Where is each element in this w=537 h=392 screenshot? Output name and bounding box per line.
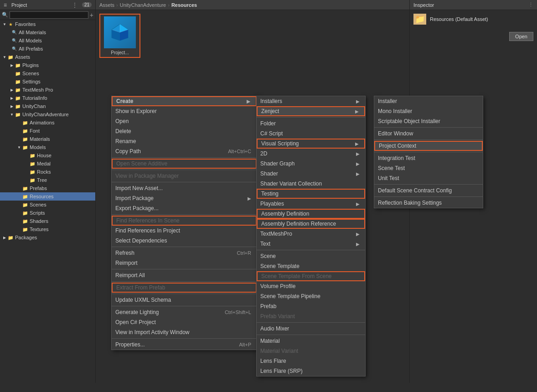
menu-item-csharp-script[interactable]: C# Script	[257, 129, 365, 139]
menu-item-material[interactable]: Material	[257, 336, 365, 346]
menu-item-delete[interactable]: Delete	[112, 126, 257, 136]
sidebar-item-all-prefabs[interactable]: 🔍 All Prefabs	[0, 45, 95, 53]
sidebar-item-unitychanadventure[interactable]: ▼ 📁 UnityChanAdventure	[0, 110, 95, 119]
menu-label-zenject: Zenject	[261, 108, 279, 114]
menu-item-reimport-all[interactable]: Reimport All	[112, 270, 257, 280]
asset-project[interactable]: Project...	[99, 14, 140, 58]
menu-item-find-refs-project[interactable]: Find References In Project	[112, 226, 257, 236]
sidebar-item-assets[interactable]: ▼ 📁 Assets	[0, 53, 95, 61]
menu-item-material-variant: Material Variant	[257, 346, 365, 356]
open-button[interactable]: Open	[509, 32, 533, 41]
menu-item-assembly-def[interactable]: Assembly Definition	[257, 209, 365, 219]
menu-item-installers[interactable]: Installers ▶	[257, 96, 365, 106]
sidebar-item-all-materials[interactable]: 🔍 All Materials	[0, 28, 95, 36]
separator	[112, 214, 257, 215]
sidebar-item-favorites[interactable]: ▼ ★ Favorites	[0, 20, 95, 28]
menu-item-lens-flare[interactable]: Lens Flare	[257, 356, 365, 366]
menu-item-prefab[interactable]: Prefab	[257, 301, 365, 311]
menu-item-scriptable-installer[interactable]: Scriptable Object Installer	[374, 116, 483, 126]
menu-item-unit-test[interactable]: Unit Test	[374, 173, 483, 183]
menu-item-playables[interactable]: Playables ▶	[257, 199, 365, 209]
separator	[112, 294, 257, 294]
sidebar-item-models[interactable]: ▼ 📁 Models	[0, 143, 95, 151]
menu-item-copy-path[interactable]: Copy Path Alt+Ctrl+C	[112, 146, 257, 156]
sidebar-item-rocks[interactable]: ▶ 📁 Rocks	[0, 168, 95, 176]
menu-label-scene-template-from-scene: Scene Template From Scene	[261, 273, 332, 279]
menu-item-folder[interactable]: Folder	[257, 119, 365, 129]
sidebar-item-packages[interactable]: ▶ 📁 Packages	[0, 233, 95, 242]
sidebar-item-scenes-sub[interactable]: ▶ 📁 Scenes	[0, 201, 95, 209]
breadcrumb-adventure[interactable]: UnityChanAdventure	[120, 2, 166, 8]
sidebar-item-animations[interactable]: ▶ 📁 Animations	[0, 119, 95, 127]
menu-item-shader[interactable]: Shader ▶	[257, 169, 365, 179]
menu-item-editor-window[interactable]: Editor Window	[374, 129, 483, 139]
menu-item-installer[interactable]: Installer	[374, 96, 483, 106]
sidebar-item-scenes[interactable]: ▶ 📁 Scenes	[0, 69, 95, 77]
sidebar-item-tutorialinfo[interactable]: ▶ 📁 TutorialInfo	[0, 94, 95, 102]
menu-item-volume-profile[interactable]: Volume Profile	[257, 281, 365, 291]
menu-item-refresh[interactable]: Refresh Ctrl+R	[112, 248, 257, 258]
add-icon[interactable]: +	[90, 11, 93, 19]
menu-item-integration-test[interactable]: Integration Test	[374, 153, 483, 163]
menu-item-scene-template[interactable]: Scene Template	[257, 261, 365, 271]
sidebar-item-house[interactable]: ▶ 📁 House	[0, 151, 95, 160]
menu-item-select-deps[interactable]: Select Dependencies	[112, 236, 257, 246]
menu-item-import-asset[interactable]: Import New Asset...	[112, 183, 257, 193]
sidebar-item-resources[interactable]: ▶ 📁 Resources	[0, 192, 95, 201]
sidebar-item-medal[interactable]: ▶ 📁 Medal	[0, 160, 95, 168]
search-icon: 🔍	[2, 12, 8, 18]
menu-item-default-scene-contract[interactable]: Default Scene Contract Config	[374, 186, 483, 196]
project-panel-header: ≡ Project ⋮ 21	[0, 0, 95, 10]
sidebar-item-prefabs[interactable]: ▶ 📁 Prefabs	[0, 184, 95, 192]
menu-item-rename[interactable]: Rename	[112, 136, 257, 146]
sidebar-item-tree[interactable]: ▶ 📁 Tree	[0, 176, 95, 184]
menu-item-visual-scripting[interactable]: Visual Scripting ▶	[257, 139, 365, 149]
menu-item-reimport[interactable]: Reimport	[112, 258, 257, 268]
sidebar-item-shaders[interactable]: ▶ 📁 Shaders	[0, 217, 95, 225]
menu-item-open-csharp[interactable]: Open C# Project	[112, 317, 257, 327]
menu-item-textmeshpro[interactable]: TextMeshPro ▶	[257, 229, 365, 239]
menu-item-shader-variant[interactable]: Shader Variant Collection	[257, 179, 365, 189]
sidebar-item-scripts[interactable]: ▶ 📁 Scripts	[0, 209, 95, 217]
sidebar-item-font[interactable]: ▶ 📁 Font	[0, 127, 95, 135]
menu-item-zenject[interactable]: Zenject ▶	[257, 106, 365, 116]
menu-item-mono-installer[interactable]: Mono Installer	[374, 106, 483, 116]
menu-item-import-package[interactable]: Import Package ▶	[112, 193, 257, 203]
panel-options-icon[interactable]: ⋮	[72, 2, 77, 8]
menu-item-properties[interactable]: Properties... Alt+P	[112, 340, 257, 350]
menu-item-view-activity[interactable]: View in Import Activity Window	[112, 327, 257, 337]
menu-item-text[interactable]: Text ▶	[257, 239, 365, 249]
menu-item-update-uxml[interactable]: Update UXML Schema	[112, 295, 257, 305]
menu-item-testing[interactable]: Testing	[257, 189, 365, 199]
folder-icon: 📁	[7, 54, 14, 60]
sidebar-item-textures[interactable]: ▶ 📁 Textures	[0, 225, 95, 233]
menu-item-create[interactable]: Create ▶	[112, 96, 257, 106]
folder-icon: 📁	[15, 87, 21, 93]
menu-item-reflection-baking[interactable]: Reflection Baking Settings	[374, 198, 483, 208]
menu-item-export-package[interactable]: Export Package...	[112, 203, 257, 213]
menu-item-2d[interactable]: 2D ▶	[257, 149, 365, 159]
menu-item-audio-mixer[interactable]: Audio Mixer	[257, 324, 365, 334]
separator	[112, 338, 257, 339]
menu-item-open[interactable]: Open	[112, 116, 257, 126]
menu-item-lens-flare-srp[interactable]: Lens Flare (SRP)	[257, 366, 365, 376]
search-input[interactable]	[10, 11, 88, 19]
menu-item-shader-graph[interactable]: Shader Graph ▶	[257, 159, 365, 169]
sidebar-item-plugins[interactable]: ▶ 📁 Plugins	[0, 61, 95, 69]
menu-item-scene-test[interactable]: Scene Test	[374, 163, 483, 173]
breadcrumb-assets[interactable]: Assets	[99, 2, 114, 8]
sidebar-item-materials[interactable]: ▶ 📁 Materials	[0, 135, 95, 143]
sidebar-item-textmesh[interactable]: ▶ 📁 TextMesh Pro	[0, 86, 95, 94]
sidebar-item-settings[interactable]: ▶ 📁 Settings	[0, 77, 95, 86]
menu-item-project-context[interactable]: Project Context	[374, 141, 483, 151]
menu-label-shader-variant: Shader Variant Collection	[260, 181, 322, 187]
sidebar-item-unitychan[interactable]: ▶ 📁 UnityChan	[0, 102, 95, 110]
menu-item-show-explorer[interactable]: Show in Explorer	[112, 106, 257, 116]
menu-item-generate-lighting[interactable]: Generate Lighting Ctrl+Shift+L	[112, 307, 257, 317]
submenu-arrow: ▶	[355, 141, 359, 146]
menu-item-scene-template-pipeline[interactable]: Scene Template Pipeline	[257, 291, 365, 301]
menu-item-assembly-def-ref[interactable]: Assembly Definition Reference	[257, 219, 365, 229]
sidebar-item-all-models[interactable]: 🔍 All Models	[0, 36, 95, 45]
inspector-options-icon[interactable]: ⋮	[528, 2, 533, 8]
menu-item-scene[interactable]: Scene	[257, 251, 365, 261]
